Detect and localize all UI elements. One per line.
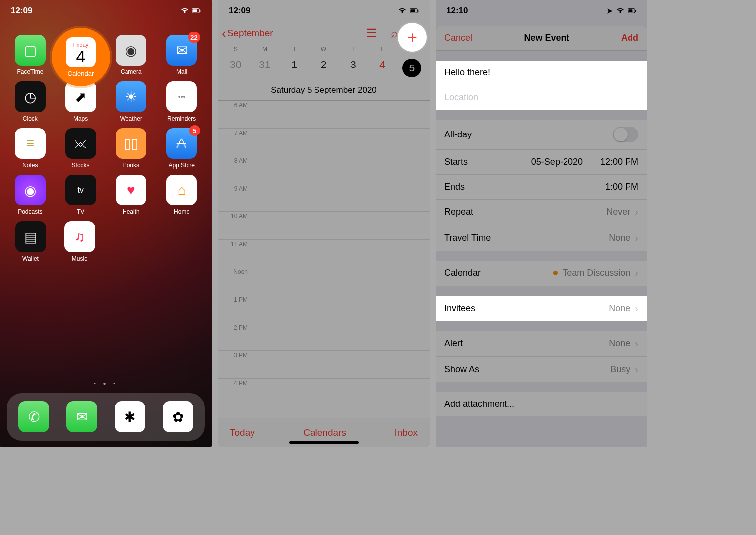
podcasts-icon: ◉ xyxy=(15,175,46,205)
app-facetime[interactable]: ▢ FaceTime xyxy=(9,35,51,75)
status-bar: 12:09 xyxy=(218,0,430,22)
allday-toggle[interactable] xyxy=(613,127,638,142)
show-as-row[interactable]: Show As Busy› xyxy=(436,357,647,382)
app-tv[interactable]: tvTV xyxy=(60,175,101,215)
app-notes[interactable]: ≡Notes xyxy=(9,128,51,169)
app-podcasts[interactable]: ◉Podcasts xyxy=(9,175,51,215)
hour-grid[interactable]: 6 AM 7 AM 8 AM 9 AM 10 AM 11 AM Noon 1 P… xyxy=(218,101,430,406)
calendar-day-view: 12:09 ‹ September ☰ ⌕ ＋ S M T W T F S 30… xyxy=(218,0,430,447)
chevron-left-icon: ‹ xyxy=(222,26,226,41)
invitees-group: Invitees None› xyxy=(436,296,647,321)
travel-time-row[interactable]: Travel Time None› xyxy=(436,225,647,251)
sheet-title: New Event xyxy=(524,33,569,43)
chevron-right-icon: › xyxy=(635,338,638,349)
app-appstore[interactable]: ⩜5App Store xyxy=(161,128,202,169)
dock-photos[interactable]: ✿ xyxy=(163,401,193,432)
app-stocks[interactable]: ⩙Stocks xyxy=(60,128,101,169)
chevron-right-icon: › xyxy=(635,303,638,314)
today-button[interactable]: Today xyxy=(230,427,255,438)
calendars-button[interactable]: Calendars xyxy=(303,427,346,438)
home-icon: ⌂ xyxy=(166,175,197,205)
health-icon: ♥ xyxy=(116,175,146,205)
invitees-row[interactable]: Invitees None› xyxy=(436,296,647,321)
page-dots[interactable]: • ● • xyxy=(0,381,212,386)
app-health[interactable]: ♥Health xyxy=(111,175,152,215)
date-31[interactable]: 31 xyxy=(250,56,279,80)
dates-row: 30 31 1 2 3 4 5 xyxy=(218,53,430,85)
dock-phone[interactable]: ✆ xyxy=(18,401,49,432)
svg-rect-2 xyxy=(200,10,200,12)
app-camera[interactable]: ◉ Camera xyxy=(111,35,152,75)
svg-rect-7 xyxy=(628,9,632,12)
svg-rect-1 xyxy=(192,9,197,12)
date-4-today[interactable]: 4 xyxy=(368,56,397,80)
svg-rect-8 xyxy=(635,10,636,12)
music-icon: ♫ xyxy=(64,221,95,252)
svg-rect-4 xyxy=(410,9,415,12)
app-home[interactable]: ⌂Home xyxy=(161,175,202,215)
add-event-highlight[interactable]: ＋ xyxy=(398,23,427,52)
chevron-right-icon: › xyxy=(635,232,638,244)
wifi-icon xyxy=(180,8,189,14)
status-time: 12:09 xyxy=(229,6,250,16)
location-services-icon: ➤ xyxy=(607,7,613,15)
app-maps[interactable]: ⬈Maps xyxy=(60,81,101,122)
title-location-group xyxy=(436,61,647,110)
battery-icon xyxy=(410,8,419,14)
app-weather[interactable]: ☀Weather xyxy=(111,81,152,122)
wifi-icon xyxy=(398,8,407,14)
dock: ✆ ✉ ✱ ✿ xyxy=(7,393,205,441)
dock-safari[interactable]: ✱ xyxy=(115,401,145,432)
wallet-icon: ▤ xyxy=(15,221,46,252)
repeat-row[interactable]: Repeat Never› xyxy=(436,200,647,225)
alert-row[interactable]: Alert None› xyxy=(436,331,647,357)
stocks-icon: ⩙ xyxy=(65,128,96,159)
event-title-input[interactable] xyxy=(444,67,638,78)
svg-rect-5 xyxy=(418,10,418,12)
chevron-right-icon: › xyxy=(635,268,638,279)
app-books[interactable]: ▯▯Books xyxy=(111,128,152,169)
time-group: All-day Starts 05-Sep-2020 12:00 PM Ends… xyxy=(436,120,647,251)
app-mail[interactable]: ✉ 22 Mail xyxy=(161,35,202,75)
date-2[interactable]: 2 xyxy=(309,56,338,80)
ends-row[interactable]: Ends 1:00 PM xyxy=(436,175,647,200)
selected-date-label: Saturday 5 September 2020 xyxy=(218,85,430,101)
attachment-group: Add attachment... xyxy=(436,392,647,416)
event-title-field[interactable] xyxy=(436,61,647,85)
date-3[interactable]: 3 xyxy=(338,56,368,80)
cancel-button[interactable]: Cancel xyxy=(444,33,472,43)
chevron-right-icon: › xyxy=(635,364,638,375)
app-music[interactable]: ♫Music xyxy=(59,221,100,262)
calendar-app-highlight[interactable]: Friday 4 Calendar xyxy=(52,28,110,86)
wifi-icon xyxy=(616,8,625,14)
event-location-field[interactable] xyxy=(436,85,647,110)
add-attachment-row[interactable]: Add attachment... xyxy=(436,392,647,416)
app-wallet[interactable]: ▤Wallet xyxy=(10,221,51,262)
mail-badge: 22 xyxy=(188,32,200,43)
calendar-row[interactable]: Calendar Team Discussion› xyxy=(436,261,647,286)
battery-icon xyxy=(192,8,201,14)
calendar-color-dot xyxy=(553,271,558,275)
list-icon[interactable]: ☰ xyxy=(366,26,377,40)
back-button[interactable]: ‹ September xyxy=(222,26,273,41)
app-reminders[interactable]: •••Reminders xyxy=(161,81,202,122)
inbox-button[interactable]: Inbox xyxy=(395,427,418,438)
date-1[interactable]: 1 xyxy=(280,56,309,80)
app-clock[interactable]: ◷Clock xyxy=(9,81,51,122)
add-button[interactable]: Add xyxy=(621,33,638,43)
date-5-selected[interactable]: 5 xyxy=(397,56,427,80)
notes-icon: ≡ xyxy=(15,128,46,159)
status-bar: 12:10 ➤ xyxy=(436,0,647,22)
alert-group: Alert None› Show As Busy› xyxy=(436,331,647,382)
search-icon[interactable]: ⌕ xyxy=(391,26,398,40)
chevron-right-icon: › xyxy=(635,206,638,218)
allday-row[interactable]: All-day xyxy=(436,120,647,150)
homescreen: 12:09 ▢ FaceTime ◉ Camera ✉ 22 Mail ◷Clo… xyxy=(0,0,212,447)
appstore-badge: 5 xyxy=(189,125,200,136)
starts-row[interactable]: Starts 05-Sep-2020 12:00 PM xyxy=(436,150,647,175)
date-30[interactable]: 30 xyxy=(221,56,250,80)
home-indicator[interactable] xyxy=(289,441,359,444)
dock-messages[interactable]: ✉ xyxy=(66,401,97,432)
plus-icon: ＋ xyxy=(404,26,420,48)
event-location-input[interactable] xyxy=(444,92,638,103)
